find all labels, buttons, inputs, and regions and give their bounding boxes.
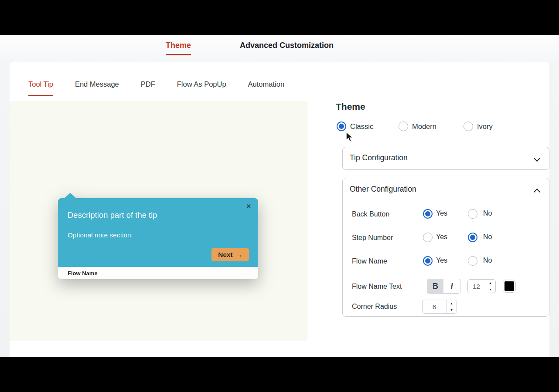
flow-name-no-radio[interactable]	[468, 256, 477, 266]
flow-name-no-label: No	[483, 257, 492, 264]
step-number-yes-label: Yes	[436, 233, 447, 241]
font-size-stepper-buttons: ▲ ▼	[485, 280, 495, 293]
back-button-no-label: No	[483, 210, 492, 217]
flow-name-yes-radio[interactable]	[423, 256, 433, 266]
tooltip-preview: × Description part of the tip Optional n…	[58, 198, 258, 279]
app-area: Theme Advanced Customization Tool Tip En…	[0, 35, 559, 357]
flow-name-text-label: Flow Name Text	[352, 283, 402, 291]
radio-ivory[interactable]	[464, 122, 473, 131]
radio-classic-label: Classic	[350, 122, 373, 131]
panel-heading: Theme	[336, 101, 365, 112]
next-button[interactable]: Next →	[211, 248, 249, 261]
other-configuration-title: Other Configuration	[350, 185, 416, 194]
tab-advanced-customization[interactable]: Advanced Customization	[240, 41, 334, 55]
close-icon[interactable]: ×	[246, 202, 251, 210]
settings-panel: Theme Classic Modern Ivory Tip Configura…	[336, 101, 549, 345]
tooltip-body: × Description part of the tip Optional n…	[58, 198, 258, 267]
mouse-cursor	[345, 132, 354, 143]
back-button-row: Back Button Yes No	[343, 209, 549, 220]
step-number-no-radio[interactable]	[468, 233, 477, 242]
bold-button[interactable]: B	[427, 279, 444, 294]
corner-radius-row: Corner Radius 6 ▲ ▼	[343, 300, 549, 314]
italic-icon: I	[450, 282, 453, 291]
sub-tab-bar: Tool Tip End Message PDF Flow As PopUp A…	[28, 80, 284, 96]
font-color-swatch[interactable]	[503, 280, 516, 293]
theme-option-ivory[interactable]: Ivory	[464, 122, 493, 131]
stepper-down-icon[interactable]: ▼	[447, 307, 457, 313]
step-number-yes-radio[interactable]	[423, 233, 433, 242]
tooltip-flow-name: Flow Name	[68, 270, 98, 277]
tab-theme[interactable]: Theme	[166, 41, 191, 55]
back-button-no-radio[interactable]	[468, 209, 477, 219]
back-button-label: Back Button	[352, 210, 389, 218]
font-size-stepper[interactable]: 12 ▲ ▼	[467, 279, 496, 293]
tooltip-description: Description part of the tip	[68, 210, 157, 220]
radio-classic[interactable]	[337, 122, 346, 131]
bold-icon: B	[433, 282, 438, 291]
tip-configuration-title: Tip Configuration	[350, 153, 408, 162]
back-button-yes-radio[interactable]	[423, 209, 433, 219]
flow-name-text-row: Flow Name Text B I 12 ▲ ▼	[343, 279, 549, 294]
next-button-label: Next	[218, 251, 233, 259]
radio-ivory-label: Ivory	[477, 122, 493, 131]
flow-name-yes-label: Yes	[436, 257, 447, 264]
stepper-up-icon[interactable]: ▲	[485, 280, 495, 286]
theme-option-modern[interactable]: Modern	[399, 122, 436, 131]
font-color-fill	[504, 281, 514, 291]
font-size-value[interactable]: 12	[468, 280, 485, 293]
stepper-down-icon[interactable]: ▼	[485, 286, 495, 293]
subtab-pdf[interactable]: PDF	[141, 80, 155, 96]
corner-radius-stepper-buttons: ▲ ▼	[446, 300, 457, 313]
corner-radius-value[interactable]: 6	[423, 300, 446, 313]
subtab-tool-tip[interactable]: Tool Tip	[28, 80, 53, 96]
tooltip-note: Optional note section	[68, 231, 131, 239]
top-black-bar	[0, 0, 559, 35]
step-number-label: Step Number	[352, 234, 393, 242]
bottom-black-bar	[0, 357, 559, 392]
radio-modern[interactable]	[399, 122, 408, 131]
stepper-up-icon[interactable]: ▲	[447, 300, 457, 307]
other-configuration-section: Other Configuration Back Button Yes No S…	[342, 178, 549, 317]
tooltip-footer: Flow Name	[58, 267, 258, 279]
arrow-right-icon: →	[236, 251, 242, 258]
page: Theme Advanced Customization Tool Tip En…	[0, 0, 559, 392]
italic-button[interactable]: I	[443, 279, 460, 294]
tip-configuration-section[interactable]: Tip Configuration	[342, 147, 549, 170]
chevron-up-icon[interactable]	[535, 189, 540, 194]
chevron-down-icon[interactable]	[535, 155, 540, 161]
step-number-no-label: No	[483, 233, 492, 241]
tooltip-preview-pane: × Description part of the tip Optional n…	[10, 101, 307, 341]
theme-option-classic[interactable]: Classic	[337, 122, 373, 131]
corner-radius-stepper[interactable]: 6 ▲ ▼	[422, 300, 457, 314]
corner-radius-label: Corner Radius	[352, 303, 397, 311]
subtab-end-message[interactable]: End Message	[75, 80, 119, 96]
flow-name-row: Flow Name Yes No	[343, 256, 549, 267]
subtab-flow-as-popup[interactable]: Flow As PopUp	[177, 80, 226, 96]
radio-modern-label: Modern	[412, 122, 436, 131]
content-card: Tool Tip End Message PDF Flow As PopUp A…	[10, 62, 549, 357]
back-button-yes-label: Yes	[436, 210, 447, 217]
subtab-automation[interactable]: Automation	[248, 80, 284, 96]
flow-name-label: Flow Name	[352, 257, 387, 265]
step-number-row: Step Number Yes No	[343, 233, 549, 243]
primary-tab-bar: Theme Advanced Customization	[0, 41, 559, 64]
